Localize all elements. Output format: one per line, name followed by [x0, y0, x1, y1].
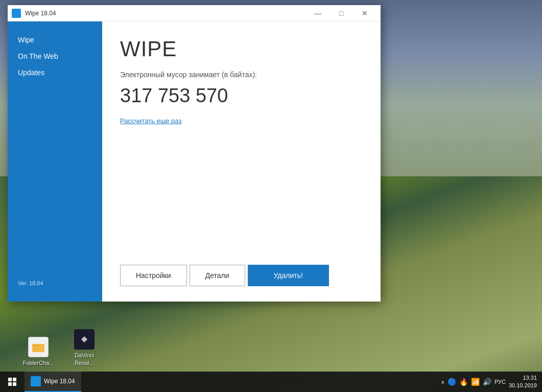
maximize-button[interactable]: □	[329, 5, 353, 21]
taskbar-tray: ∧ 🔵 🔥 📶 🔊 РУС 13:31 30.10.2019	[436, 374, 542, 390]
window-controls: — □ ✕	[306, 5, 376, 21]
clock-date: 30.10.2019	[509, 382, 537, 389]
action-buttons: Настройки Детали Удалить!	[120, 265, 363, 286]
folderchange-label: FolderCha...	[23, 359, 54, 366]
tray-wipe-icon: 🔵	[447, 378, 456, 386]
window-titlebar: Wipe 18.04 — □ ✕	[8, 5, 381, 21]
delete-button[interactable]: Удалить!	[248, 265, 329, 286]
sidebar-item-updates[interactable]: Updates	[8, 64, 102, 81]
desktop-icons: FolderCha... DaVinci Resol...	[20, 329, 102, 366]
main-content: WIPE Электронный мусор занимает (в байта…	[102, 21, 381, 302]
close-button[interactable]: ✕	[353, 5, 376, 21]
tray-sound-icon: 🔊	[483, 378, 491, 386]
settings-button[interactable]: Настройки	[120, 265, 187, 286]
taskbar-wipe-icon	[31, 376, 41, 386]
details-button[interactable]: Детали	[190, 265, 245, 286]
wipe-window: Wipe 18.04 — □ ✕ Wipe On The Web Updates…	[8, 5, 381, 302]
window-body: Wipe On The Web Updates Ver. 18.04 WIPE …	[8, 21, 381, 302]
davinci-label: DaVinci Resol...	[66, 352, 102, 366]
minimize-button[interactable]: —	[306, 5, 329, 21]
subtitle-text: Электронный мусор занимает (в байтах):	[120, 71, 363, 79]
clock-time: 13:31	[509, 374, 537, 382]
taskbar: Wipe 18.04 ∧ 🔵 🔥 📶 🔊 РУС 13:31 30.10.201…	[0, 372, 542, 392]
sidebar-version: Ver. 18.04	[8, 275, 102, 291]
window-title: Wipe 18.04	[25, 10, 306, 17]
sidebar-item-on-the-web[interactable]: On The Web	[8, 48, 102, 64]
tray-fire-icon: 🔥	[459, 378, 468, 386]
desktop-icon-davinci[interactable]: DaVinci Resol...	[66, 329, 102, 366]
taskbar-clock[interactable]: 13:31 30.10.2019	[509, 374, 537, 390]
taskbar-app-label: Wipe 18.04	[44, 378, 75, 385]
tray-wifi-icon: 📶	[471, 378, 480, 386]
start-button[interactable]	[0, 372, 25, 392]
svg-rect-3	[8, 378, 12, 381]
sidebar: Wipe On The Web Updates Ver. 18.04	[8, 21, 102, 302]
taskbar-wipe-item[interactable]: Wipe 18.04	[25, 372, 81, 392]
app-title: WIPE	[120, 37, 363, 61]
desktop-icon-folderchange[interactable]: FolderCha...	[20, 337, 56, 366]
tray-chevron[interactable]: ∧	[441, 379, 444, 385]
svg-rect-5	[8, 382, 12, 386]
recalculate-link[interactable]: Рассчитать еще раз	[120, 117, 363, 125]
app-icon	[12, 9, 21, 18]
svg-rect-6	[13, 382, 16, 386]
sidebar-item-wipe[interactable]: Wipe	[8, 32, 102, 48]
svg-rect-4	[13, 378, 16, 381]
folderchange-icon	[28, 337, 49, 357]
tray-language[interactable]: РУС	[494, 379, 506, 385]
svg-rect-1	[32, 345, 38, 346]
bytes-count: 317 753 570	[120, 85, 363, 107]
taskbar-items: Wipe 18.04	[25, 372, 436, 392]
davinci-icon	[74, 329, 95, 350]
